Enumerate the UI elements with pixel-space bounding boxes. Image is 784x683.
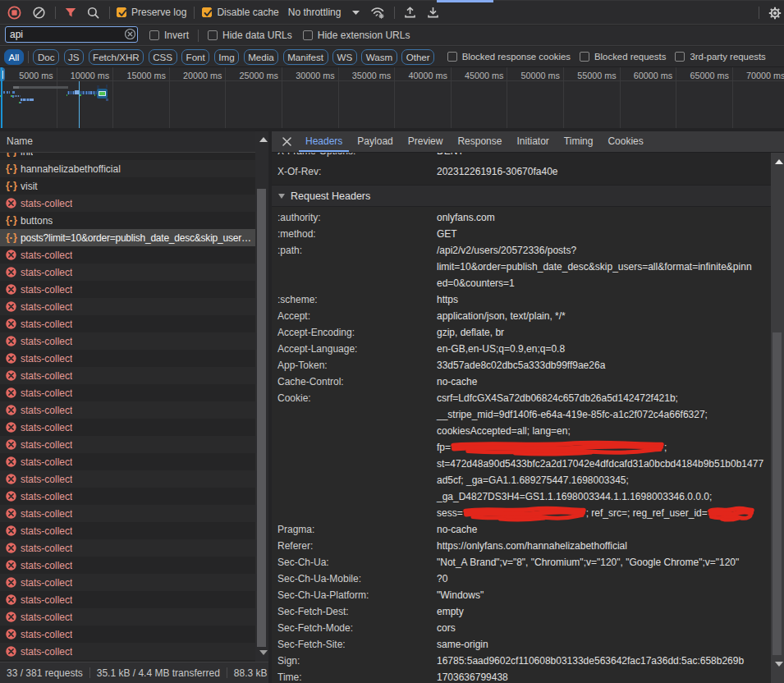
type-filter-manifest[interactable]: Manifest [283,49,328,65]
timeline-gridline [732,67,733,131]
request-row-stats-collect[interactable]: stats-collect [0,246,271,264]
request-row-stats-collect[interactable]: stats-collect [0,488,271,505]
scroll-up-icon[interactable] [259,137,268,142]
request-row-stats-collect[interactable]: stats-collect [0,350,271,367]
header-value: "Not_A Brand";v="8", "Chromium";v="120",… [437,557,739,568]
scroll-up-icon[interactable] [775,159,783,164]
request-row-buttons[interactable]: {}buttons [0,212,271,229]
tab-cookies[interactable]: Cookies [601,131,649,152]
header-value: 202312261916-30670fa40e [437,166,557,177]
request-row-stats-collect[interactable]: stats-collect [0,626,271,643]
request-row-stats-collect[interactable]: stats-collect [0,298,271,315]
type-filter-media[interactable]: Media [244,49,279,65]
request-headers-section[interactable]: Request Headers [272,185,784,207]
blocked-response-cookies-checkbox[interactable] [447,52,457,62]
filter-input[interactable] [5,26,138,43]
error-icon [6,353,16,364]
type-filter-ws[interactable]: WS [332,49,357,65]
request-row-stats-collect[interactable]: stats-collect [0,332,271,350]
request-row-stats-collect[interactable]: stats-collect [0,643,271,660]
export-har-icon[interactable] [427,6,439,19]
value-text: gzip, deflate, br [437,327,504,338]
right-scrollbar[interactable] [771,153,784,683]
blocked-requests-checkbox[interactable] [580,52,589,62]
name-column-header[interactable]: Name [0,131,271,153]
type-filter-doc[interactable]: Doc [33,49,59,65]
import-har-icon[interactable] [404,6,416,19]
hide-data-urls-checkbox[interactable] [208,30,218,40]
disable-cache-checkbox[interactable] [202,7,212,17]
request-header-row: sess=; ref_src=; reg_ref_user_id= [272,505,784,521]
scroll-down-icon[interactable] [775,662,783,667]
timeline-overview[interactable]: 5000 ms10000 ms15000 ms20000 ms25000 ms3… [0,67,784,131]
request-row-stats-collect[interactable]: stats-collect [0,384,271,401]
error-icon [6,405,16,415]
request-name: buttons [21,215,53,227]
request-row-init[interactable]: {}init [0,153,271,160]
invert-checkbox[interactable] [149,30,159,40]
network-conditions-icon[interactable] [370,7,386,19]
request-row-posts-limit-10-order-pub[interactable]: {}posts?limit=10&order=publish_date_desc… [0,229,271,246]
type-filter-all[interactable]: All [4,49,24,65]
request-row-stats-collect[interactable]: stats-collect [0,436,271,453]
search-icon[interactable] [87,7,99,19]
waterfall-mark [9,91,11,94]
transferred-size: 35.1 kB / 4.4 MB transferred [97,667,220,679]
request-row-stats-collect[interactable]: stats-collect [0,367,271,384]
settings-gear-icon[interactable] [768,7,782,20]
timeline-tick-label: 30000 ms [296,71,334,80]
tab-initiator[interactable]: Initiator [510,131,555,152]
header-name: Cookie: [277,392,311,404]
third-party-requests-checkbox[interactable] [675,52,685,62]
request-row-stats-collect[interactable]: stats-collect [0,505,271,522]
tab-response[interactable]: Response [451,131,508,152]
request-header-row: App-Token:33d57ade8c02dbc5a333db99ff9ae2… [272,357,784,374]
request-row-stats-collect[interactable]: stats-collect [0,264,271,281]
close-icon[interactable] [279,135,294,149]
request-row-stats-collect[interactable]: stats-collect [0,557,271,574]
request-row-stats-collect[interactable]: stats-collect [0,401,271,419]
type-filter-wasm[interactable]: Wasm [361,49,397,65]
error-icon [6,387,16,398]
tab-headers[interactable]: Headers [299,131,349,152]
filter-icon[interactable] [65,7,76,18]
request-row-stats-collect[interactable]: stats-collect [0,470,271,488]
type-filter-other[interactable]: Other [401,49,434,65]
request-row-stats-collect[interactable]: stats-collect [0,281,271,298]
overview-window-left-edge[interactable] [1,67,2,131]
waterfall-mark [21,99,22,101]
waterfall-mark [73,91,74,94]
request-row-stats-collect[interactable]: stats-collect [0,419,271,436]
preserve-log-checkbox[interactable] [117,7,126,17]
request-row-visit[interactable]: {}visit [0,177,271,195]
clear-filter-icon[interactable] [125,29,135,39]
error-icon [6,267,16,277]
request-row-stats-collect[interactable]: stats-collect [0,574,271,591]
request-row-stats-collect[interactable]: stats-collect [0,608,271,626]
request-row-hannahelizabethofficial[interactable]: {}hannahelizabethofficial [0,160,271,177]
request-row-stats-collect[interactable]: stats-collect [0,591,271,608]
record-icon[interactable] [7,6,21,20]
type-filter-css[interactable]: CSS [149,49,177,65]
clear-icon[interactable] [33,7,45,19]
request-row-stats-collect[interactable]: stats-collect [0,195,271,212]
tab-payload[interactable]: Payload [351,131,399,152]
left-scrollbar-thumb[interactable] [257,189,266,647]
right-scrollbar-thumb[interactable] [773,332,782,655]
request-row-stats-collect[interactable]: stats-collect [0,453,271,470]
tab-preview[interactable]: Preview [401,131,450,152]
tab-timing[interactable]: Timing [557,131,600,152]
request-row-stats-collect[interactable]: stats-collect [0,315,271,332]
type-filter-font[interactable]: Font [181,49,209,65]
request-name: stats-collect [21,319,72,330]
type-filter-img[interactable]: Img [214,49,239,65]
request-row-stats-collect[interactable]: stats-collect [0,522,271,539]
left-scrollbar[interactable] [255,131,268,662]
throttling-select[interactable]: No throttling [288,7,342,18]
request-row-stats-collect[interactable]: stats-collect [0,539,271,557]
error-icon [6,560,16,571]
type-filter-js[interactable]: JS [64,49,85,65]
type-filter-fetch-xhr[interactable]: Fetch/XHR [89,49,144,65]
scroll-down-icon[interactable] [259,650,268,655]
hide-extension-urls-checkbox[interactable] [303,30,313,40]
